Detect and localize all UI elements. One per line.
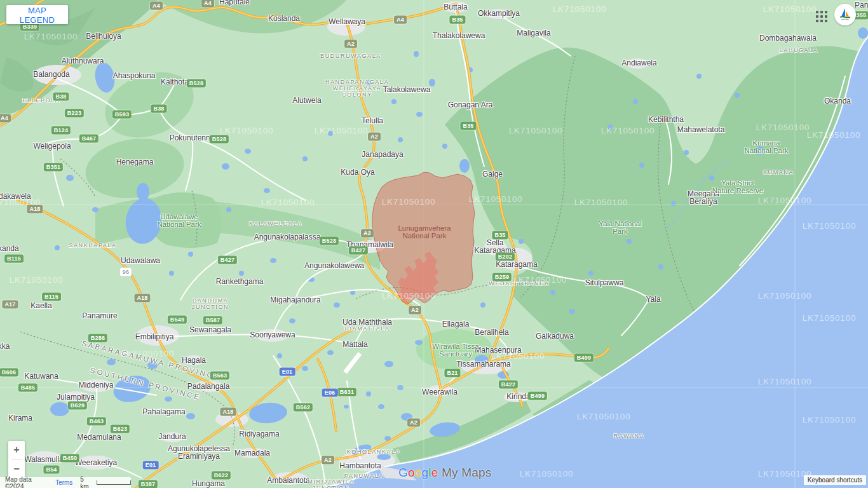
owner-logo-glyph xyxy=(834,4,856,25)
scale-label: 5 km xyxy=(80,476,93,488)
map-canvas[interactable] xyxy=(0,0,868,488)
map-viewport[interactable]: HaputaleKoslandaWellawayaButtalaOkkampit… xyxy=(0,0,868,488)
apps-grid-icon[interactable] xyxy=(816,11,829,24)
attribution-bar: Map data ©2024 Terms 5 km xyxy=(0,477,131,488)
zoom-control: + − xyxy=(8,441,25,478)
terms-link[interactable]: Terms xyxy=(55,479,72,486)
scale-bar xyxy=(97,480,131,485)
map-owner-logo-icon[interactable] xyxy=(834,4,856,25)
map-legend-button[interactable]: MAP LEGEND xyxy=(6,5,68,24)
map-data-text: Map data ©2024 xyxy=(5,476,50,488)
keyboard-shortcuts-link[interactable]: Keyboard shortcuts xyxy=(804,475,866,485)
zoom-in-button[interactable]: + xyxy=(8,441,25,459)
